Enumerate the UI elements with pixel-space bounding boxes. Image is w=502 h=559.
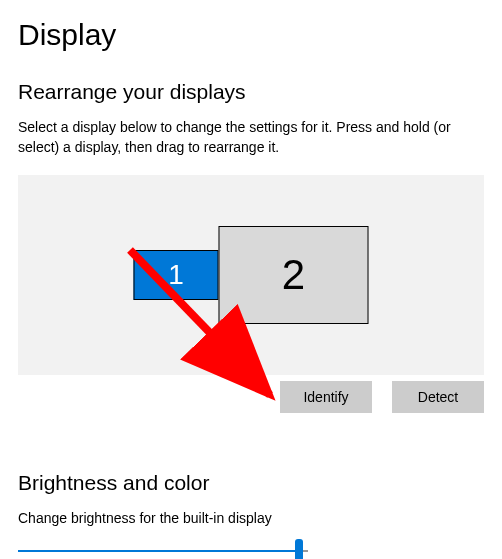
identify-button[interactable]: Identify [280,381,372,413]
monitor-1[interactable]: 1 [134,250,219,300]
slider-thumb[interactable] [295,539,303,559]
monitor-2[interactable]: 2 [219,226,369,324]
rearrange-heading: Rearrange your displays [18,80,484,104]
page-title: Display [18,18,484,52]
detect-button[interactable]: Detect [392,381,484,413]
slider-track-filled [18,550,299,552]
brightness-slider-label: Change brightness for the built-in displ… [18,509,484,529]
display-arrange-area[interactable]: 1 2 [18,175,484,375]
brightness-heading: Brightness and color [18,471,484,495]
brightness-slider[interactable] [18,539,308,559]
rearrange-description: Select a display below to change the set… [18,118,484,157]
